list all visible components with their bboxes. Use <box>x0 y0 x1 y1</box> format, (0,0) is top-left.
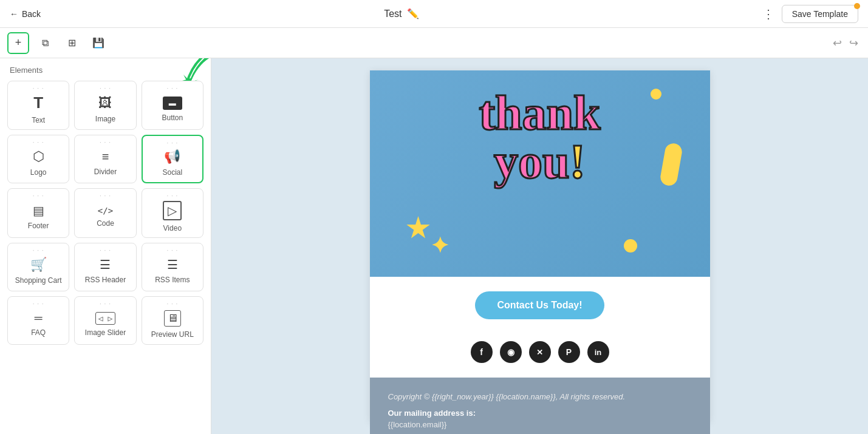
drag-dots: · · · <box>100 300 111 307</box>
element-image-label: Image <box>95 115 115 123</box>
divider-icon: ≡ <box>102 150 109 164</box>
cta-label: Contact Us Today! <box>497 300 582 310</box>
secondary-toolbar: + ⧉ ⊞ 💾 ↩ ↪ <box>0 28 868 58</box>
element-rss-items[interactable]: · · · ☰ RSS Items <box>142 243 203 291</box>
element-footer[interactable]: · · · ▤ Footer <box>7 188 69 238</box>
undo-redo-group: ↩ ↪ <box>830 34 861 52</box>
rss-header-icon: ☰ <box>100 257 111 272</box>
element-social[interactable]: · · · 📢 Social <box>142 135 203 183</box>
drag-dots: · · · <box>33 139 44 146</box>
instagram-icon[interactable]: ◉ <box>500 341 522 363</box>
style-icon: ⊞ <box>68 37 76 49</box>
logo-icon: ⬡ <box>33 149 44 164</box>
unsaved-badge <box>854 3 860 9</box>
more-options-button[interactable]: ⋮ <box>762 7 774 21</box>
code-icon: </> <box>98 206 113 215</box>
image-slider-icon: ◁ ▷ <box>95 312 115 325</box>
element-preview-url-label: Preview URL <box>151 330 194 339</box>
footer-address-title: Our mailing address is: <box>388 409 692 418</box>
drag-dots: · · · <box>100 85 111 92</box>
layers-icon: ⧉ <box>42 38 49 49</box>
element-preview-url[interactable]: · · · 🖥 Preview URL <box>142 296 203 345</box>
facebook-icon[interactable]: f <box>471 341 493 363</box>
save-file-icon: 💾 <box>92 37 104 49</box>
topbar-center: Test ✏️ <box>384 8 419 19</box>
element-button-label: Button <box>162 114 183 122</box>
button-icon: ▬ <box>163 97 182 110</box>
video-icon: ▷ <box>163 201 182 220</box>
elements-title: Elements <box>7 66 203 75</box>
drag-dots: · · · <box>166 85 178 92</box>
save-file-button[interactable]: 💾 <box>87 32 109 54</box>
edit-icon[interactable]: ✏️ <box>407 8 419 19</box>
plus-icon: + <box>15 36 22 49</box>
social-icon: 📢 <box>164 149 180 164</box>
back-button[interactable]: ← Back <box>10 9 41 19</box>
save-template-button[interactable]: Save Template <box>782 5 858 23</box>
shopping-cart-icon: 🛒 <box>30 257 47 273</box>
drag-dots: · · · <box>100 139 111 146</box>
element-code-label: Code <box>97 219 114 228</box>
cta-section: Contact Us Today! <box>370 277 710 334</box>
element-text[interactable]: · · · T Text <box>7 81 69 130</box>
style-button[interactable]: ⊞ <box>61 32 83 54</box>
save-label: Save Template <box>792 9 848 19</box>
preview-url-icon: 🖥 <box>164 310 181 327</box>
drag-dots: · · · <box>100 247 111 254</box>
elements-grid: · · · T Text · · · 🖼 Image · · · ▬ Butto… <box>7 81 203 345</box>
twitter-x-icon[interactable]: ✕ <box>529 341 551 363</box>
drag-dots: · · · <box>166 247 178 254</box>
canvas-area: thank you! ✦ Contact Us Today! <box>211 58 868 434</box>
element-shopping-cart-label: Shopping Cart <box>15 276 62 285</box>
element-faq-label: FAQ <box>31 328 46 337</box>
drag-dots: · · · <box>100 192 111 199</box>
thank-you-image: thank you! ✦ <box>370 70 710 277</box>
element-social-label: Social <box>162 168 182 177</box>
undo-button[interactable]: ↩ <box>830 34 844 52</box>
element-rss-header-label: RSS Header <box>85 276 126 284</box>
main-content: Elements · · · T Text · · · 🖼 Image · · … <box>0 58 868 434</box>
text-icon: T <box>33 93 43 112</box>
element-footer-label: Footer <box>28 222 49 230</box>
element-image[interactable]: · · · 🖼 Image <box>74 81 136 130</box>
element-code[interactable]: · · · </> Code <box>74 188 136 238</box>
drag-dots: · · · <box>33 247 44 254</box>
element-logo[interactable]: · · · ⬡ Logo <box>7 135 69 183</box>
linkedin-icon[interactable]: in <box>587 341 609 363</box>
element-divider-label: Divider <box>94 168 117 176</box>
drag-dots: · · · <box>166 300 178 307</box>
element-text-label: Text <box>32 116 45 124</box>
rss-items-icon: ☰ <box>167 257 178 272</box>
element-image-slider[interactable]: · · · ◁ ▷ Image Slider <box>74 296 136 345</box>
pinterest-icon[interactable]: P <box>558 341 580 363</box>
back-label: Back <box>22 9 41 19</box>
image-icon: 🖼 <box>98 95 112 111</box>
element-video[interactable]: · · · ▷ Video <box>142 188 203 238</box>
faq-icon: ═ <box>35 312 43 325</box>
element-video-label: Video <box>163 224 182 232</box>
email-canvas: thank you! ✦ Contact Us Today! <box>370 70 710 422</box>
social-section: f ◉ ✕ P in <box>370 334 710 378</box>
footer-icon: ▤ <box>33 203 44 218</box>
footer-copyright: Copyright © {{right_now.year}} {{locatio… <box>388 392 692 401</box>
element-button[interactable]: · · · ▬ Button <box>142 81 203 130</box>
topbar-left: ← Back <box>10 9 41 19</box>
drag-dots: · · · <box>33 300 44 307</box>
social-icons-row: f ◉ ✕ P in <box>382 341 698 363</box>
element-faq[interactable]: · · · ═ FAQ <box>7 296 69 345</box>
element-shopping-cart[interactable]: · · · 🛒 Shopping Cart <box>7 243 69 291</box>
add-element-button[interactable]: + <box>7 32 29 54</box>
page-title: Test <box>384 8 402 19</box>
layers-button[interactable]: ⧉ <box>34 32 56 54</box>
drag-dots: · · · <box>33 192 44 199</box>
element-image-slider-label: Image Slider <box>85 328 126 337</box>
sidebar: Elements · · · T Text · · · 🖼 Image · · … <box>0 58 211 434</box>
redo-button[interactable]: ↪ <box>847 34 861 52</box>
drag-dots: · · · <box>33 85 44 92</box>
topbar: ← Back Test ✏️ ⋮ Save Template <box>0 0 868 28</box>
element-divider[interactable]: · · · ≡ Divider <box>74 135 136 183</box>
contact-us-button[interactable]: Contact Us Today! <box>475 291 604 319</box>
footer-section: Copyright © {{right_now.year}} {{locatio… <box>370 378 710 434</box>
element-rss-header[interactable]: · · · ☰ RSS Header <box>74 243 136 291</box>
back-arrow-icon: ← <box>10 9 18 19</box>
